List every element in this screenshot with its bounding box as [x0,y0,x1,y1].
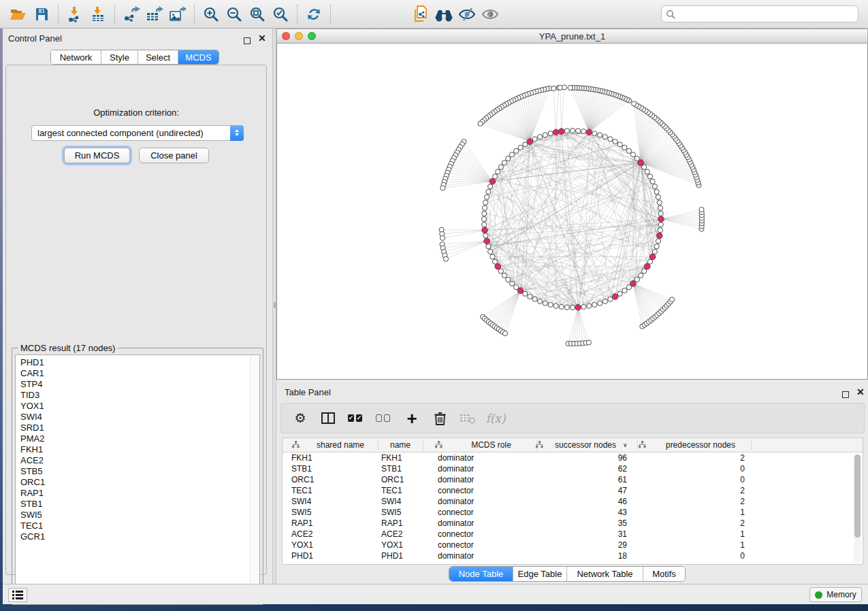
column-separator[interactable] [423,440,423,450]
cell-shared-name[interactable]: STB1 [291,464,312,474]
cell-mcds-role[interactable]: dominator [438,453,474,463]
cell-mcds-role[interactable]: connector [438,508,474,517]
deselect-all-icon[interactable] [376,414,392,422]
table-row[interactable]: TEC1TEC1connector472 [283,485,863,496]
mcds-result-item[interactable]: PMA2 [20,433,259,444]
save-session-icon[interactable] [30,3,53,26]
tab-style[interactable]: Style [101,50,138,64]
cell-successors[interactable]: 62 [618,464,627,474]
cell-shared-name[interactable]: RAP1 [291,518,312,528]
table-row[interactable]: ACE2ACE2connector311 [283,529,863,540]
cell-successors[interactable]: 46 [618,497,627,506]
close-panel-button[interactable]: Close panel [139,148,209,163]
search-box[interactable] [661,5,858,22]
table-row[interactable]: YOX1YOX1connector291 [283,540,863,550]
table-scrollbar-thumb[interactable] [854,455,861,538]
cell-shared-name[interactable]: ORC1 [291,475,314,484]
zoom-fit-icon[interactable] [246,3,269,26]
cell-shared-name[interactable]: FKH1 [291,453,312,463]
close-table-panel-icon[interactable]: ✕ [856,389,865,395]
cell-mcds-role[interactable]: dominator [438,475,474,484]
export-image-icon[interactable] [166,3,189,26]
mcds-result-item[interactable]: PHD1 [20,357,259,368]
cell-predecessors[interactable]: 1 [740,529,745,539]
duplicate-network-icon[interactable] [409,3,432,26]
export-network-icon[interactable] [120,3,143,26]
import-network-icon[interactable] [63,3,86,26]
cell-name[interactable]: RAP1 [381,518,402,528]
float-table-panel-icon[interactable] [842,389,849,401]
cell-name[interactable]: YOX1 [381,540,403,550]
cell-shared-name[interactable]: TEC1 [291,486,312,495]
table-row[interactable]: SWI4SWI4dominator462 [283,496,863,507]
cell-successors[interactable]: 43 [618,508,627,517]
search-binoculars-icon[interactable] [432,3,455,26]
memory-button[interactable]: Memory [809,587,862,602]
mcds-result-item[interactable]: SRD1 [20,423,259,433]
cell-mcds-role[interactable]: dominator [438,551,474,561]
cell-predecessors[interactable]: 0 [740,475,745,484]
hide-details-icon[interactable] [455,3,479,26]
mcds-result-item[interactable]: ACE2 [20,455,259,466]
cell-predecessors[interactable]: 2 [740,518,745,528]
network-titlebar[interactable]: YPA_prune.txt_1 [276,29,868,44]
mcds-result-item[interactable]: YOX1 [20,401,259,412]
mcds-result-item[interactable]: STB1 [20,499,259,510]
mcds-result-item[interactable]: CAR1 [20,368,259,379]
cell-shared-name[interactable]: YOX1 [291,540,313,550]
column-separator[interactable] [751,440,752,450]
cell-predecessors[interactable]: 2 [740,497,745,506]
run-mcds-button[interactable]: Run MCDS [64,148,130,163]
cell-predecessors[interactable]: 1 [740,508,745,517]
cell-name[interactable]: ACE2 [381,529,402,539]
tab-motifs[interactable]: Motifs [643,567,685,581]
mcds-result-item[interactable]: SWI4 [20,412,259,423]
open-file-icon[interactable] [7,3,30,26]
cell-predecessors[interactable]: 2 [740,486,745,495]
table-row[interactable]: RAP1RAP1dominator352 [283,518,863,529]
cell-successors[interactable]: 35 [618,518,627,528]
search-input[interactable] [675,9,854,20]
cell-mcds-role[interactable]: connector [438,486,474,495]
network-canvas[interactable] [276,44,868,380]
cell-name[interactable]: FKH1 [381,453,402,463]
mcds-result-item[interactable]: SWI5 [20,510,259,521]
tab-edge-table[interactable]: Edge Table [513,567,567,581]
task-history-button[interactable] [8,588,27,602]
cell-shared-name[interactable]: ACE2 [291,529,312,539]
table-row[interactable]: PHD1PHD1dominator180 [283,550,863,561]
cell-mcds-role[interactable]: connector [438,529,474,539]
mcds-result-item[interactable]: TID3 [20,390,259,401]
cell-successors[interactable]: 96 [618,453,627,463]
table-row[interactable]: SWI5SWI5connector431 [283,507,863,518]
splitter-grip[interactable] [274,302,276,308]
zoom-out-icon[interactable] [223,3,246,26]
table-settings-gear-icon[interactable]: ⚙ [292,410,308,426]
tab-select[interactable]: Select [138,50,178,64]
delete-trash-icon[interactable] [432,412,448,425]
close-panel-icon[interactable]: ✕ [258,35,266,42]
cell-successors[interactable]: 47 [618,486,627,495]
col-successor-nodes[interactable]: successor nodes [548,440,623,450]
zoom-in-icon[interactable] [199,3,223,26]
cell-predecessors[interactable]: 0 [740,551,745,561]
optimization-criterion-select[interactable]: largest connected component (undirected) [31,125,244,141]
column-separator[interactable] [637,440,638,450]
cell-mcds-role[interactable]: dominator [438,464,474,474]
add-column-icon[interactable]: + [404,412,420,425]
mcds-result-item[interactable]: TEC1 [20,521,259,531]
mcds-list-scrollbar[interactable] [250,356,259,600]
import-table-icon[interactable] [86,3,110,26]
cell-successors[interactable]: 31 [618,529,627,539]
cell-mcds-role[interactable]: dominator [438,497,474,506]
tab-mcds[interactable]: MCDS [178,50,219,64]
table-row[interactable]: STB1STB1dominator620 [283,463,863,474]
float-panel-icon[interactable] [244,35,251,47]
table-row[interactable]: FKH1FKH1dominator962 [283,452,863,463]
mcds-result-list[interactable]: PHD1CAR1STP4TID3YOX1SWI4SRD1PMA2FKH1ACE2… [15,354,260,601]
tab-network[interactable]: Network [51,50,101,64]
cell-successors[interactable]: 29 [618,540,627,550]
col-predecessor-nodes[interactable]: predecessor nodes [650,440,751,450]
cell-name[interactable]: SWI4 [381,497,401,506]
show-details-eye-icon[interactable] [479,3,502,26]
